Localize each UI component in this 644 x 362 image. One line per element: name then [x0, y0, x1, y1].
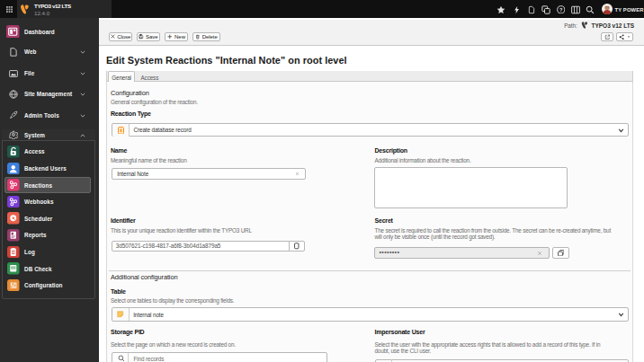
- svg-text:?: ?: [559, 6, 563, 12]
